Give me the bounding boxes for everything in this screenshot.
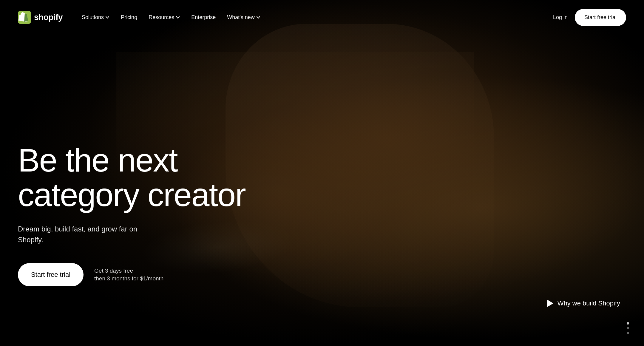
hero-content: Be the next category creator Dream big, … bbox=[18, 143, 245, 286]
hero-actions: Start free trial Get 3 days free then 3 … bbox=[18, 263, 245, 286]
hero-offer-text: Get 3 days free then 3 months for $1/mon… bbox=[94, 268, 163, 282]
offer-line1: Get 3 days free bbox=[94, 268, 163, 274]
logo-link[interactable]: shopify bbox=[18, 11, 63, 24]
logo-wordmark: shopify bbox=[34, 13, 63, 22]
whats-new-chevron-icon bbox=[256, 15, 260, 19]
scroll-dot-2 bbox=[627, 327, 629, 329]
play-icon bbox=[547, 300, 553, 307]
main-nav: shopify Solutions Pricing Resources Ente… bbox=[0, 0, 644, 35]
nav-actions-container: Log in Start free trial bbox=[553, 9, 626, 26]
nav-link-enterprise[interactable]: Enterprise bbox=[186, 11, 220, 24]
solutions-chevron-icon bbox=[105, 15, 109, 19]
shopify-logo-icon bbox=[18, 11, 31, 24]
hero-title-line2: category creator bbox=[18, 176, 245, 213]
hero-title-line1: Be the next bbox=[18, 142, 177, 178]
nav-start-trial-button[interactable]: Start free trial bbox=[575, 9, 626, 26]
hero-subtitle: Dream big, build fast, and grow far on S… bbox=[18, 224, 143, 245]
hero-section: shopify Solutions Pricing Resources Ente… bbox=[0, 0, 644, 346]
scroll-indicator bbox=[627, 322, 629, 334]
hero-start-trial-button[interactable]: Start free trial bbox=[18, 263, 84, 286]
why-we-build-link[interactable]: Why we build Shopify bbox=[547, 299, 620, 307]
resources-chevron-icon bbox=[176, 15, 180, 19]
nav-links-container: Solutions Pricing Resources Enterprise W… bbox=[77, 11, 553, 24]
nav-link-solutions[interactable]: Solutions bbox=[77, 11, 114, 24]
hero-title: Be the next category creator bbox=[18, 143, 245, 212]
scroll-dot-3 bbox=[627, 332, 629, 334]
login-link[interactable]: Log in bbox=[553, 14, 568, 21]
nav-link-whats-new[interactable]: What's new bbox=[222, 11, 265, 24]
scroll-dot-1 bbox=[627, 322, 629, 325]
nav-link-pricing[interactable]: Pricing bbox=[116, 11, 142, 24]
offer-line2: then 3 months for $1/month bbox=[94, 275, 163, 282]
why-text: Why we build Shopify bbox=[557, 299, 620, 307]
nav-link-resources[interactable]: Resources bbox=[144, 11, 185, 24]
